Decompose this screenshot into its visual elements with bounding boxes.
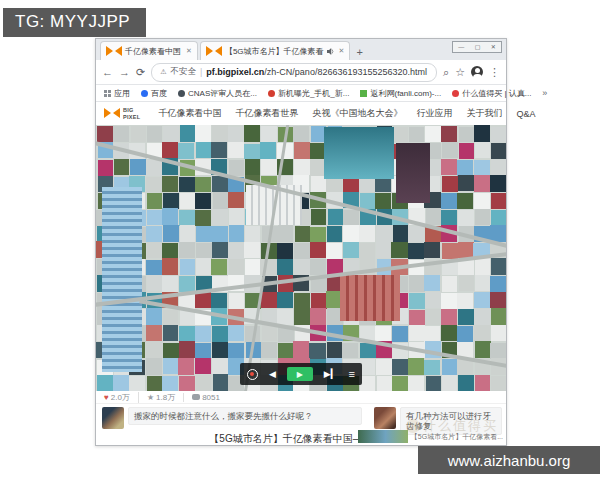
forward-icon[interactable]: → [119,67,130,78]
city-block [343,225,359,242]
city-block [179,276,195,292]
bookmark-baidu[interactable]: 百度 [141,88,167,99]
city-block [441,126,457,142]
brand-text: BIGPIXEL [123,107,140,119]
city-block [228,343,244,359]
star-icon: ★ [147,393,154,402]
city-block [408,226,424,242]
city-block [475,375,491,391]
close-icon[interactable]: ✕ [491,44,496,50]
city-block [195,177,211,193]
city-block [163,193,179,209]
nav-world[interactable]: 千亿像素看世界 [235,107,298,120]
bookmark-apps[interactable]: 应用 [104,88,130,99]
city-block [458,175,474,192]
bookmark-cnas[interactable]: CNAS评审人员在... [178,88,257,99]
city-block [163,325,179,341]
city-block [359,225,375,241]
new-tab-button[interactable]: + [356,46,362,60]
window-controls: — ▢ ✕ [452,41,502,53]
city-block [490,225,506,242]
chrome-menu-icon[interactable]: ⋮ [489,67,500,78]
city-block [409,310,425,326]
city-block [425,292,441,308]
tab-bigpixel-china[interactable]: 千亿像素看中国 ✕ [100,41,198,60]
comment-item[interactable]: 搬家的时候都注意什么，搬家要先搬什么好呢？ [102,407,362,429]
comments-stat[interactable]: 8051 [183,393,220,402]
bookmark-xinji[interactable]: 新机曝光_手机_新... [268,88,350,99]
minimize-icon[interactable]: — [458,44,464,50]
city-block [294,142,310,158]
panorama-photo[interactable]: ◀ ▶ ▶▎ ≡ [96,125,506,391]
city-block [129,376,145,391]
site-nav: BIGPIXEL 千亿像素看中国 千亿像素看世界 央视《中国地名大会》 行业应用… [96,102,506,125]
bookmark-star-icon[interactable]: ☆ [455,67,465,78]
city-block [212,242,228,258]
bookmarks-overflow-icon[interactable]: » [542,88,547,98]
city-block [457,293,473,309]
city-block [180,125,196,142]
tab-5g-city-card[interactable]: 【5G城市名片】千亿像素看 ✕ [200,41,351,60]
city-block [97,375,113,391]
bookmark-label: 应用 [114,88,130,99]
tab-close-icon[interactable]: ✕ [186,47,192,55]
city-block [147,210,162,226]
city-block [229,259,245,275]
city-block [277,226,293,242]
city-block [163,343,179,359]
security-warning-icon[interactable]: ⚠ [160,68,166,76]
city-block [475,275,491,291]
bigpixel-logo[interactable]: BIGPIXEL [104,107,140,119]
gyroscope-icon[interactable] [247,369,258,380]
favorites-stat[interactable]: ★ 1.8万 [138,392,175,403]
scene-list-icon[interactable]: ≡ [349,369,355,380]
prev-scene-icon[interactable]: ◀ [269,370,276,379]
city-block [490,276,506,292]
tab-audio-icon[interactable] [327,48,334,55]
nav-china[interactable]: 千亿像素看中国 [158,107,221,120]
city-block [491,308,507,325]
city-block [211,259,227,275]
city-block [244,242,260,259]
city-block [457,326,473,342]
city-block [162,208,178,225]
city-block [277,243,293,259]
favorites-count: 1.8万 [156,392,175,403]
city-block [442,359,458,375]
city-block [458,309,474,325]
nav-qa[interactable]: Q&A [516,109,535,119]
related-item[interactable]: 【5G城市名片】千亿像素看... [358,430,503,443]
city-block [229,208,245,225]
search-icon[interactable]: ⌕ [443,67,449,78]
nav-industry[interactable]: 行业应用 [416,107,452,120]
city-block [212,125,228,142]
city-block [442,276,458,292]
maximize-icon[interactable]: ▢ [475,44,481,50]
tab-close-icon[interactable]: ✕ [339,47,345,55]
landmark-building [340,275,400,321]
city-block [391,242,407,258]
city-block [229,225,244,241]
city-block [491,210,506,226]
url-separator: | [200,67,202,77]
city-block [293,341,309,358]
play-button[interactable]: ▶ [287,367,313,381]
city-block [343,177,359,193]
profile-avatar[interactable] [471,66,483,78]
back-icon[interactable]: ← [102,67,113,78]
url-path: /zh-CN/pano/826636193155256320.html [264,67,427,77]
bookmark-fanli[interactable]: 返利网(fanli.com)-... [360,88,441,99]
city-block [392,376,408,391]
nav-cctv[interactable]: 央视《中国地名大会》 [312,107,402,120]
nav-about[interactable]: 关于我们 [466,107,502,120]
likes-stat[interactable]: ♥ 2.0万 [104,392,130,403]
city-block [179,326,195,342]
city-block [392,326,408,342]
reload-icon[interactable]: ⟳ [136,67,145,78]
city-block [211,142,227,159]
bookmark-smzdm[interactable]: 什么值得买 | 认真... [452,88,531,99]
city-block [147,275,162,291]
next-scene-icon[interactable]: ▶▎ [324,370,338,379]
url-input[interactable]: ⚠ 不安全 | pf.bigpixel.cn/zh-CN/pano/826636… [151,63,437,82]
city-block [376,359,392,375]
